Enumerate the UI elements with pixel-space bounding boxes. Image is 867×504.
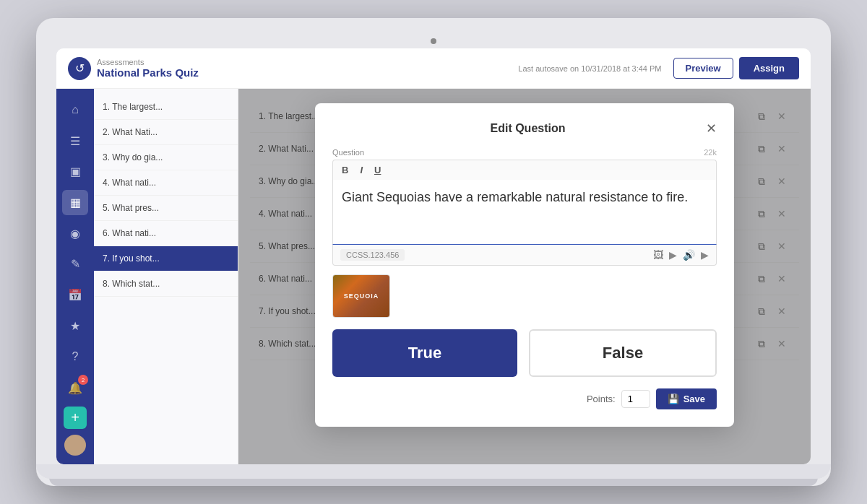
true-false-row: True False: [332, 329, 717, 377]
underline-button[interactable]: U: [371, 163, 384, 177]
sidebar-icon-home[interactable]: ⌂: [62, 97, 88, 123]
sidebar: ⌂ ☰ ▣ ▦ ◉ ✎ 📅 ★ ? 🔔 2 +: [56, 89, 94, 464]
media-icons: 🖼 ▶ 🔊 ▶: [653, 249, 709, 261]
logo-icon: ↺: [68, 57, 91, 80]
modal-overlay: Edit Question ✕ Question 22k B I U: [238, 89, 811, 464]
question-list: 1. The largest... 2. What Nati... 3. Why…: [94, 89, 238, 464]
sidebar-icon-assessments[interactable]: ▦: [62, 190, 88, 215]
question-item-5[interactable]: 5. What pres...: [94, 196, 238, 221]
question-item-3[interactable]: 3. Why do gia...: [94, 145, 238, 170]
modal-title: Edit Question: [350, 122, 706, 135]
sidebar-icon-list[interactable]: ☰: [62, 129, 88, 154]
sidebar-icon-record[interactable]: ◉: [62, 221, 88, 246]
modal-footer: Points: 💾 Save: [332, 388, 717, 409]
question-item-8[interactable]: 8. Which stat...: [94, 271, 238, 297]
italic-button[interactable]: I: [357, 163, 366, 177]
question-item-7[interactable]: 7. If you shot...: [94, 246, 238, 271]
sidebar-icon-notification-wrapper: 🔔 2: [62, 375, 88, 401]
question-item-1[interactable]: 1. The largest...: [94, 95, 238, 120]
avatar[interactable]: [64, 435, 86, 456]
question-item-2[interactable]: 2. What Nati...: [94, 120, 238, 145]
quiz-title: National Parks Quiz: [97, 66, 199, 79]
true-button[interactable]: True: [332, 329, 517, 377]
image-icon[interactable]: 🖼: [653, 249, 663, 261]
video-icon[interactable]: ▶: [669, 249, 677, 261]
edit-question-modal: Edit Question ✕ Question 22k B I U: [315, 103, 734, 427]
main-area: ⌂ ☰ ▣ ▦ ◉ ✎ 📅 ★ ? 🔔 2 + 1. The largest..…: [56, 89, 811, 464]
sidebar-icon-book[interactable]: ▣: [62, 159, 88, 184]
false-button[interactable]: False: [529, 329, 717, 377]
assign-button[interactable]: Assign: [739, 57, 799, 79]
question-editor[interactable]: Giant Sequoias have a remarkable natural…: [332, 180, 717, 245]
modal-header: Edit Question ✕: [332, 121, 717, 136]
sidebar-icon-help[interactable]: ?: [62, 344, 88, 370]
sidebar-icon-calendar[interactable]: 📅: [62, 282, 88, 308]
editor-toolbar: B I U: [332, 160, 717, 180]
sidebar-icon-star[interactable]: ★: [62, 313, 88, 339]
points-input[interactable]: [621, 390, 650, 408]
autosave-text: Last autosave on 10/31/2018 at 3:44 PM: [199, 64, 662, 73]
add-button[interactable]: +: [64, 407, 87, 429]
breadcrumb: Assessments: [97, 58, 199, 66]
audio-icon[interactable]: 🔊: [683, 249, 695, 261]
save-icon: 💾: [668, 394, 679, 404]
points-label: Points:: [587, 394, 616, 404]
modal-close-button[interactable]: ✕: [706, 121, 717, 136]
preview-button[interactable]: Preview: [673, 58, 733, 79]
sidebar-icon-pencil[interactable]: ✎: [62, 251, 88, 277]
question-item-4[interactable]: 4. What nati...: [94, 170, 238, 196]
standard-tag: CCSS.123.456: [340, 249, 405, 261]
youtube-icon[interactable]: ▶: [701, 249, 709, 261]
question-item-6[interactable]: 6. What nati...: [94, 221, 238, 246]
editor-footer: CCSS.123.456 🖼 ▶ 🔊 ▶: [332, 245, 717, 266]
question-detail: 1. The largest... True or False ⧉ ✕ 2. W…: [238, 89, 811, 464]
bold-button[interactable]: B: [339, 163, 351, 177]
top-bar: ↺ Assessments National Parks Quiz Last a…: [56, 48, 811, 89]
save-button[interactable]: 💾 Save: [656, 388, 717, 409]
logo-area: ↺ Assessments National Parks Quiz: [68, 57, 199, 80]
sequoia-image: SEQUOIA: [332, 274, 390, 318]
question-field-label: Question 22k: [332, 148, 717, 157]
